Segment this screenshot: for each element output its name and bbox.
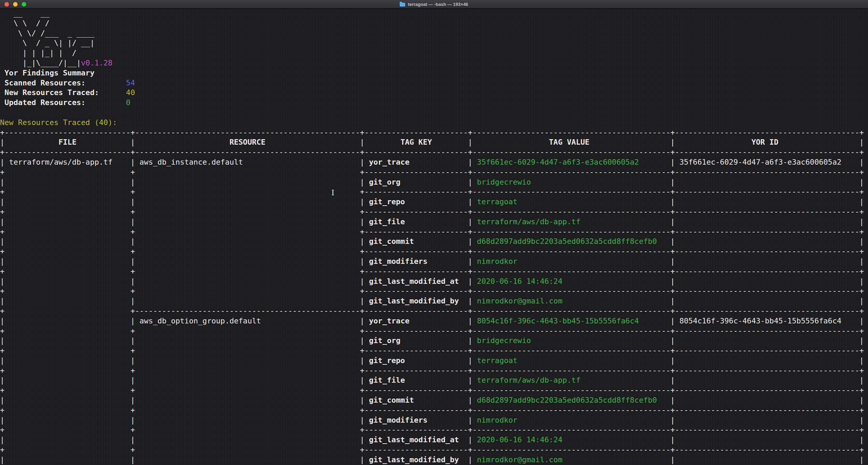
tag-value-cell: 8054c16f-396c-4643-bb45-15b5556fa6c4 [477, 317, 639, 325]
table-row: | | aws_db_option_group.default | yor_tr… [0, 316, 868, 326]
tag-value-cell: nimrodkor@gmail.com [477, 455, 562, 464]
cell-divider: | [468, 277, 472, 286]
table-row: | | | git_modifiers | nimrodkor | | [0, 415, 868, 425]
cell-divider: | [0, 356, 4, 365]
cell-divider: | [0, 396, 4, 404]
cell-divider: | [360, 416, 365, 424]
summary-label: Scanned Resources: [4, 79, 85, 87]
cell-divider: | [671, 257, 675, 266]
version-label: v0.1.28 [81, 59, 112, 67]
ascii-art-line: | | |_| | / [0, 49, 76, 57]
cell-divider: | [131, 455, 135, 464]
cell-divider: | [859, 336, 864, 345]
cell-divider: | [0, 257, 4, 266]
cell-divider: | [671, 178, 675, 186]
window-title: terragoat — -bash — 193×46 [408, 2, 468, 7]
cell-divider: | [0, 455, 4, 464]
cell-divider: | [468, 297, 472, 305]
cell-divider: | [859, 416, 864, 424]
tag-key-cell: git_org [369, 336, 400, 345]
ascii-art-line: \ \ / / [0, 19, 50, 28]
tag-separator: + + +-----------------------+-----------… [0, 425, 864, 434]
cell-divider: | [468, 217, 472, 226]
cell-divider: | [859, 277, 864, 286]
table-row: | terraform/aws/db-app.tf | aws_db_insta… [0, 157, 868, 167]
table-row: | | | git_file | terraform/aws/db-app.tf… [0, 375, 868, 385]
table-row: | | | git_commit | d68d2897add9bc2203a5e… [0, 395, 868, 405]
table-border-line: + + +-----------------------+-----------… [0, 247, 868, 257]
cell-divider: | [671, 455, 675, 464]
summary-line: Yor Findings Summary [0, 68, 868, 78]
cell-divider: | [859, 178, 864, 186]
cell-divider: | [360, 237, 365, 246]
cell-divider: | [859, 158, 864, 166]
tag-separator: + + +-----------------------+-----------… [0, 207, 864, 216]
ascii-art-line: \ \/ /___ _ ____ [0, 29, 94, 38]
table-border-line: + + +-----------------------+-----------… [0, 425, 868, 435]
table-row: | | | git_last_modified_at | 2020-06-16 … [0, 435, 868, 445]
cell-divider: | [859, 257, 864, 266]
cell-divider: | [671, 376, 675, 384]
cell-divider: | [131, 416, 135, 424]
cell-divider: | [468, 178, 472, 186]
resource-cell: aws_db_option_group.default [140, 317, 261, 325]
tag-key-cell: git_last_modified_at [369, 277, 459, 286]
cell-divider: | [859, 197, 864, 206]
terminal-content[interactable]: __ __ \ \ / / \ \/ /___ _ ____ \ / _ \| … [0, 9, 868, 465]
ascii-art-line: |_|\____/|__| [0, 59, 81, 67]
table-row: | | | git_last_modified_by | nimrodkor@g… [0, 455, 868, 465]
cell-divider: | [859, 396, 864, 404]
table-border-line: + +-------------------------------------… [0, 306, 868, 316]
cell-divider: | [671, 277, 675, 286]
tag-value-cell: nimrodkor [477, 416, 518, 424]
title-bar[interactable]: terragoat — -bash — 193×46 [0, 0, 868, 9]
window-title-area: terragoat — -bash — 193×46 [0, 0, 868, 9]
ascii-art-line: \ / _ \| |/ __| [0, 39, 94, 47]
tag-value-cell: terragoat [477, 197, 518, 206]
cell-divider: | [0, 158, 4, 166]
tag-separator: + + +-----------------------+-----------… [0, 406, 864, 414]
cell-divider: | [671, 435, 675, 444]
tag-separator: + + +-----------------------+-----------… [0, 445, 864, 454]
banner-line: \ \ / / [0, 19, 868, 29]
cell-divider: | [468, 257, 472, 266]
table-border-line: + + +-----------------------+-----------… [0, 227, 868, 237]
cell-divider: | [131, 356, 135, 365]
banner-line: | | |_| | / [0, 48, 868, 58]
cell-divider: | [131, 197, 135, 206]
cell-divider: | [131, 396, 135, 404]
tag-separator: + + +-----------------------+-----------… [0, 366, 864, 375]
cell-divider: | [0, 435, 4, 444]
cell-divider: | [131, 138, 135, 146]
summary-title: Yor Findings Summary [4, 69, 94, 77]
summary-line: Updated Resources: 0 [0, 98, 868, 108]
cell-divider: | [859, 237, 864, 246]
tag-key-cell: git_last_modified_at [369, 435, 459, 444]
cell-divider: | [360, 297, 365, 305]
tag-key-cell: git_commit [369, 237, 414, 246]
tag-value-cell: 2020-06-16 14:46:24 [477, 435, 562, 444]
cell-divider: | [468, 376, 472, 384]
cell-divider: | [131, 435, 135, 444]
table-border-line: + + +-----------------------+-----------… [0, 346, 868, 356]
cell-divider: | [131, 376, 135, 384]
cell-divider: | [671, 396, 675, 404]
cell-divider: | [468, 455, 472, 464]
cell-divider: | [859, 138, 864, 146]
cell-divider: | [0, 277, 4, 286]
cell-divider: | [0, 336, 4, 345]
tag-separator: + + +-----------------------+-----------… [0, 187, 864, 196]
cell-divider: | [859, 356, 864, 365]
summary-label: Updated Resources: [4, 98, 85, 107]
tag-value-cell: 35f661ec-6029-4d47-a6f3-e3ac600605a2 [477, 158, 639, 166]
table-border-line: + + +-----------------------+-----------… [0, 187, 868, 197]
table-header-cell: FILE [59, 138, 76, 146]
cell-divider: | [859, 317, 864, 325]
tag-key-cell: git_last_modified_by [369, 455, 459, 464]
cell-divider: | [131, 297, 135, 305]
cell-divider: | [0, 178, 4, 186]
summary-line: New Resources Traced: 40 [0, 88, 868, 98]
cell-divider: | [131, 257, 135, 266]
summary-value: 0 [126, 98, 131, 107]
cell-divider: | [468, 416, 472, 424]
